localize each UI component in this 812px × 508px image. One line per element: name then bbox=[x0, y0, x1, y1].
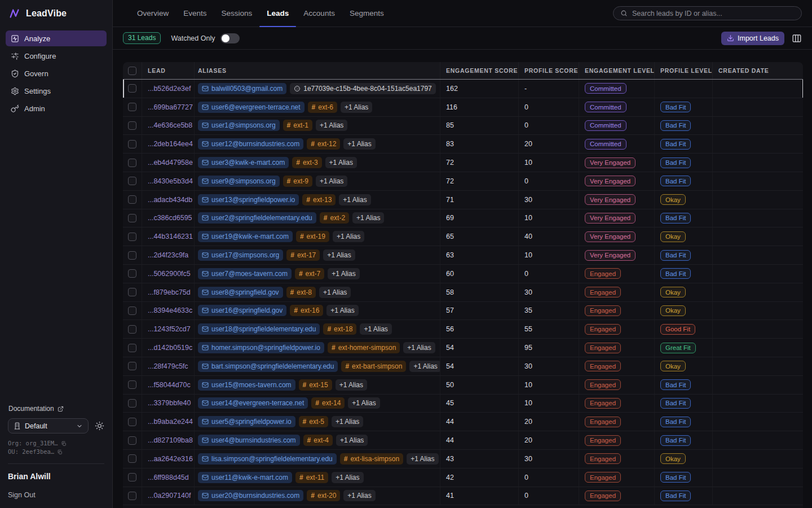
copy-icon[interactable] bbox=[61, 441, 67, 446]
lead-id[interactable]: ...2deb164ee4 bbox=[148, 140, 193, 148]
row-checkbox[interactable] bbox=[128, 418, 136, 426]
sidebar-item-analyze[interactable]: Analyze bbox=[6, 30, 107, 46]
email-alias-chip[interactable]: user4@burnsindustries.com bbox=[198, 435, 300, 446]
select-all-checkbox[interactable] bbox=[128, 67, 136, 75]
lead-id[interactable]: ...f58044d70c bbox=[148, 381, 191, 389]
table-row[interactable]: ...4e636ce5b8 user1@simpsons.org # ext-1… bbox=[123, 117, 803, 135]
table-row[interactable]: ...f879ebc75d user8@springfield.gov # ex… bbox=[123, 283, 803, 302]
lead-id[interactable]: ...d142b0519c bbox=[148, 344, 192, 352]
email-alias-chip[interactable]: user5@springfieldpower.io bbox=[198, 416, 295, 427]
email-alias-chip[interactable]: user17@simpsons.org bbox=[198, 249, 283, 261]
ext-tag-chip[interactable]: # ext-20 bbox=[307, 490, 340, 501]
tab-overview[interactable]: Overview bbox=[130, 0, 176, 27]
more-aliases-chip[interactable]: +1 Alias bbox=[360, 323, 391, 335]
lead-id[interactable]: ...c386cd6595 bbox=[148, 214, 192, 222]
sidebar-item-settings[interactable]: Settings bbox=[6, 83, 107, 99]
email-alias-chip[interactable]: user9@simpsons.org bbox=[198, 176, 280, 187]
lead-id[interactable]: ...aa2642e316 bbox=[148, 455, 193, 463]
lead-id[interactable]: ...3379bbfe40 bbox=[148, 399, 191, 407]
table-row[interactable]: ...adacb434db user13@springfieldpower.io… bbox=[123, 191, 803, 209]
lead-id[interactable]: ...b526d2e3ef bbox=[148, 85, 191, 93]
more-aliases-chip[interactable]: +1 Alias bbox=[407, 453, 438, 465]
row-checkbox[interactable] bbox=[128, 214, 136, 222]
more-aliases-chip[interactable]: +1 Alias bbox=[343, 490, 375, 501]
row-checkbox[interactable] bbox=[128, 140, 136, 148]
row-checkbox[interactable] bbox=[128, 454, 136, 463]
sidebar-item-configure[interactable]: Configure bbox=[6, 48, 107, 64]
table-row[interactable]: ...d827109ba8 user4@burnsindustries.com … bbox=[123, 431, 803, 450]
ext-tag-chip[interactable]: # ext-5 bbox=[299, 416, 328, 427]
ext-tag-chip[interactable]: # ext-1 bbox=[283, 120, 312, 131]
email-alias-chip[interactable]: user2@springfieldelementary.edu bbox=[198, 212, 316, 224]
lead-id[interactable]: ...eb4d47958e bbox=[148, 159, 193, 167]
column-header-engagement-score[interactable]: ENGAGEMENT SCORE bbox=[440, 62, 519, 79]
more-aliases-chip[interactable]: +1 Alias bbox=[409, 361, 440, 372]
lead-id[interactable]: ...5062900fc5 bbox=[148, 270, 191, 278]
lead-id[interactable]: ...b9aba2e244 bbox=[148, 418, 193, 426]
email-alias-chip[interactable]: balwill0503@gmail.com bbox=[198, 83, 286, 94]
more-aliases-chip[interactable]: +1 Alias bbox=[352, 212, 384, 224]
row-checkbox[interactable] bbox=[128, 436, 136, 445]
table-row[interactable]: ...3379bbfe40 user14@evergreen-terrace.n… bbox=[123, 395, 803, 413]
lead-id[interactable]: ...d827109ba8 bbox=[148, 436, 193, 444]
tab-accounts[interactable]: Accounts bbox=[296, 0, 342, 27]
email-alias-chip[interactable]: user19@kwik-e-mart.com bbox=[198, 231, 293, 242]
table-row[interactable]: ...b526d2e3ef balwill0503@gmail.com 1e77… bbox=[123, 80, 803, 98]
column-header-engagement-level[interactable]: ENGAGEMENT LEVEL bbox=[579, 62, 655, 79]
search-input[interactable]: Search leads by ID or alias... bbox=[613, 6, 802, 20]
ext-tag-chip[interactable]: # ext-19 bbox=[296, 231, 329, 242]
email-alias-chip[interactable]: user18@springfieldelementary.edu bbox=[198, 323, 320, 335]
table-row[interactable]: ...2deb164ee4 user12@burnsindustries.com… bbox=[123, 135, 803, 154]
row-checkbox[interactable] bbox=[128, 288, 136, 296]
ext-tag-chip[interactable]: # ext-3 bbox=[292, 157, 321, 168]
table-row[interactable]: ...aa2642e316 lisa.simpson@springfieldel… bbox=[123, 450, 803, 468]
more-aliases-chip[interactable]: +1 Alias bbox=[328, 268, 359, 279]
table-row[interactable]: ...2d4f23c9fa user17@simpsons.org # ext-… bbox=[123, 246, 803, 265]
ext-tag-chip[interactable]: # ext-16 bbox=[290, 305, 323, 316]
email-alias-chip[interactable]: bart.simpson@springfieldelementary.edu bbox=[198, 361, 338, 372]
email-alias-chip[interactable]: user20@burnsindustries.com bbox=[198, 490, 303, 501]
email-alias-chip[interactable]: user8@springfield.gov bbox=[198, 287, 283, 298]
more-aliases-chip[interactable]: +1 Alias bbox=[348, 397, 379, 409]
ext-tag-chip[interactable]: # ext-18 bbox=[323, 323, 356, 335]
theme-toggle-sun-icon[interactable] bbox=[95, 421, 104, 431]
row-checkbox[interactable] bbox=[128, 159, 136, 167]
email-alias-chip[interactable]: homer.simpson@springfieldpower.io bbox=[198, 342, 324, 353]
table-row[interactable]: ...1243f52cd7 user18@springfieldelementa… bbox=[123, 320, 803, 339]
table-row[interactable]: ...d142b0519c homer.simpson@springfieldp… bbox=[123, 339, 803, 357]
column-header-aliases[interactable]: ALIASES bbox=[195, 62, 440, 79]
table-row[interactable]: ...28f479c5fc bart.simpson@springfieldel… bbox=[123, 357, 803, 376]
email-alias-chip[interactable]: user15@moes-tavern.com bbox=[198, 379, 295, 391]
lead-id[interactable]: ...8430e5b3d4 bbox=[148, 177, 193, 185]
lead-id[interactable]: ...f879ebc75d bbox=[148, 288, 191, 296]
import-leads-button[interactable]: Import Leads bbox=[721, 32, 784, 45]
table-row[interactable]: ...8394e4633c user16@springfield.gov # e… bbox=[123, 302, 803, 321]
ext-tag-chip[interactable]: # ext-15 bbox=[299, 379, 332, 391]
column-header-profile-level[interactable]: PROFILE LEVEL bbox=[655, 62, 713, 79]
row-checkbox[interactable] bbox=[128, 325, 136, 334]
lead-id[interactable]: ...adacb434db bbox=[148, 196, 192, 204]
table-row[interactable]: ...eb4d47958e user3@kwik-e-mart.com # ex… bbox=[123, 154, 803, 172]
email-alias-chip[interactable]: user6@evergreen-terrace.net bbox=[198, 102, 304, 113]
email-alias-chip[interactable]: lisa.simpson@springfieldelementary.edu bbox=[198, 453, 337, 465]
table-row[interactable]: ...8430e5b3d4 user9@simpsons.org # ext-9… bbox=[123, 172, 803, 191]
column-header-lead[interactable]: LEAD bbox=[142, 62, 195, 79]
email-alias-chip[interactable]: user11@kwik-e-mart.com bbox=[198, 472, 292, 483]
row-checkbox[interactable] bbox=[128, 233, 136, 241]
table-row[interactable]: ...c386cd6595 user2@springfieldelementar… bbox=[123, 209, 803, 228]
email-alias-chip[interactable]: user12@burnsindustries.com bbox=[198, 138, 303, 150]
table-row[interactable]: ...44b3146231 user19@kwik-e-mart.com # e… bbox=[123, 227, 803, 246]
more-aliases-chip[interactable]: +1 Alias bbox=[333, 231, 364, 242]
watched-only-toggle[interactable] bbox=[220, 33, 240, 43]
ext-tag-chip[interactable]: # ext-13 bbox=[302, 194, 336, 205]
email-alias-chip[interactable]: user14@evergreen-terrace.net bbox=[198, 397, 308, 409]
cookie-id-chip[interactable]: 1e77039e-c15b-4bee-8c04-151ac5ea1797 bbox=[290, 83, 436, 94]
lead-id[interactable]: ...4e636ce5b8 bbox=[148, 121, 192, 129]
sidebar-item-govern[interactable]: Govern bbox=[6, 65, 107, 81]
row-checkbox[interactable] bbox=[128, 380, 136, 389]
email-alias-chip[interactable]: user3@kwik-e-mart.com bbox=[198, 157, 289, 168]
column-header-created-date[interactable]: CREATED DATE bbox=[713, 62, 803, 79]
row-checkbox[interactable] bbox=[128, 251, 136, 260]
sidebar-item-admin[interactable]: Admin bbox=[6, 100, 107, 116]
table-row[interactable]: ...699ba67727 user6@evergreen-terrace.ne… bbox=[123, 98, 803, 117]
